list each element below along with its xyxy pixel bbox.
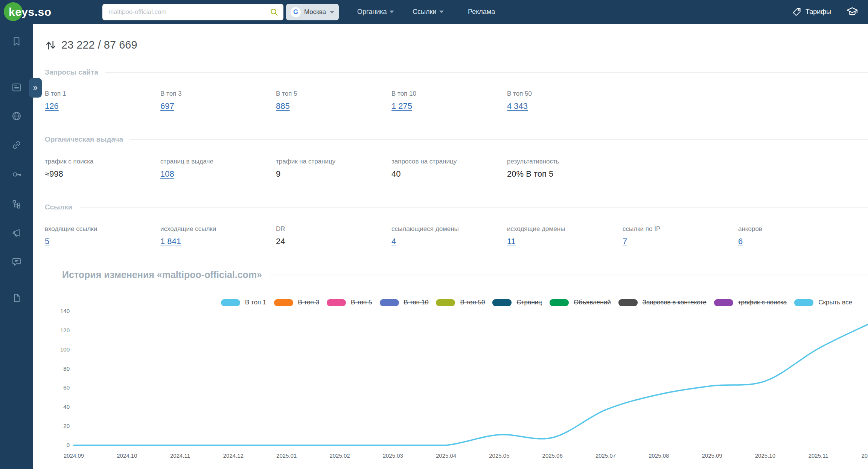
stat-label: ссылки по IP <box>623 225 738 233</box>
divider <box>79 207 868 208</box>
svg-text:80: 80 <box>63 365 70 372</box>
graduation-cap-icon[interactable] <box>846 6 859 17</box>
divider <box>270 275 868 275</box>
stat-label: ссылающиеся домены <box>391 225 507 233</box>
file-icon[interactable] <box>11 293 22 303</box>
stat-label: результативность <box>507 158 623 165</box>
stat-value-link[interactable]: 885 <box>276 101 290 111</box>
stat-value: 20% В топ 5 <box>507 169 553 179</box>
svg-text:2024.10: 2024.10 <box>117 452 137 459</box>
history-title: История изменения «maltipoo-official.com… <box>62 269 868 280</box>
search-input[interactable]: maltipoo-official.com <box>102 4 283 20</box>
search-icon[interactable] <box>270 8 279 17</box>
svg-text:2025.11: 2025.11 <box>809 452 828 459</box>
structure-icon[interactable] <box>11 199 22 209</box>
svg-text:2025.02: 2025.02 <box>329 452 350 459</box>
tariffs-label: Тарифы <box>806 8 831 16</box>
stat-label: входящие ссылки <box>45 225 160 233</box>
nav-ads[interactable]: Реклама <box>468 0 495 24</box>
stat-cell: исходящие домены11 <box>507 225 623 246</box>
stat-value: 40 <box>391 169 400 179</box>
svg-text:2025.07: 2025.07 <box>595 452 616 459</box>
section-title: Органическая выдача <box>45 135 123 144</box>
logo[interactable]: keys.so <box>4 0 52 24</box>
stat-value-link[interactable]: 4 <box>391 237 396 246</box>
stat-value-link[interactable]: 6 <box>738 237 743 246</box>
counter-value: 23 222 / 87 669 <box>61 39 137 51</box>
stat-label: В топ 3 <box>160 90 276 98</box>
stat-cell: трафик на страницу9 <box>276 158 391 179</box>
stat-label: анкоров <box>738 225 854 233</box>
expand-sidebar-button[interactable]: » <box>29 78 42 98</box>
stat-label: В топ 5 <box>276 90 391 98</box>
bookmark-icon[interactable] <box>11 36 22 47</box>
nav-label: Реклама <box>468 8 495 16</box>
search-value: maltipoo-official.com <box>108 8 270 16</box>
stat-value-link[interactable]: 7 <box>623 237 627 246</box>
stat-label: В топ 50 <box>507 90 623 98</box>
stat-cell: запросов на страницу40 <box>391 158 507 179</box>
svg-text:2025.09: 2025.09 <box>702 452 722 459</box>
tariffs-button[interactable]: Тарифы <box>792 0 831 24</box>
stat-value-link[interactable]: 126 <box>45 101 59 111</box>
logo-text: keys.so <box>9 6 52 18</box>
svg-text:2025.04: 2025.04 <box>436 452 456 459</box>
megaphone-icon[interactable] <box>11 228 22 238</box>
news-icon[interactable] <box>11 82 22 93</box>
stat-cell: анкоров6 <box>738 225 854 246</box>
stat-label: страниц в выдаче <box>160 158 276 165</box>
organic-stats-row: трафик с поиска≈998страниц в выдаче108тр… <box>45 158 623 179</box>
nav-links[interactable]: Ссылки <box>413 0 444 24</box>
chevron-down-icon <box>390 11 394 13</box>
tag-icon <box>792 7 802 17</box>
stat-cell: страниц в выдаче108 <box>160 158 276 179</box>
stat-value-link[interactable]: 4 343 <box>507 101 528 111</box>
stat-value: 24 <box>276 237 285 246</box>
stat-value-link[interactable]: 5 <box>45 237 49 246</box>
nav-label: Ссылки <box>413 8 436 16</box>
stat-label: В топ 1 <box>45 90 160 98</box>
svg-text:2025.01: 2025.01 <box>276 452 297 459</box>
section-heading-queries: Запросы сайта <box>45 68 868 76</box>
stat-cell: исходящие ссылки1 841 <box>160 225 276 246</box>
svg-text:2024.11: 2024.11 <box>170 452 190 459</box>
main-content: 23 222 / 87 669 Запросы сайта В топ 1126… <box>33 24 868 469</box>
queries-stats-row: В топ 1126В топ 3697В топ 5885В топ 101 … <box>45 90 623 111</box>
stat-value-link[interactable]: 108 <box>160 169 174 179</box>
svg-text:2024.09: 2024.09 <box>64 452 84 459</box>
stat-cell: ссылающиеся домены4 <box>391 225 507 246</box>
svg-text:2025.10: 2025.10 <box>755 452 775 459</box>
divider <box>130 139 868 140</box>
nav-organic[interactable]: Органика <box>357 0 394 24</box>
stat-cell: ссылки по IP7 <box>623 225 738 246</box>
section-title: Запросы сайта <box>45 68 98 76</box>
queries-counter: 23 222 / 87 669 <box>45 39 137 51</box>
stat-label: В топ 10 <box>391 90 507 98</box>
stat-value: 9 <box>276 169 280 179</box>
section-heading-organic: Органическая выдача <box>45 135 868 144</box>
key-icon[interactable] <box>11 169 22 180</box>
region-select[interactable]: G Москва <box>286 4 339 20</box>
svg-text:2025.12: 2025.12 <box>861 452 868 459</box>
comments-icon[interactable] <box>11 257 22 267</box>
svg-text:0: 0 <box>67 442 70 448</box>
svg-text:2025.05: 2025.05 <box>489 452 509 459</box>
stat-cell: В топ 3697 <box>160 90 276 111</box>
svg-text:120: 120 <box>60 327 70 333</box>
stat-cell: В топ 504 343 <box>507 90 623 111</box>
stat-value-link[interactable]: 1 275 <box>391 101 412 111</box>
stat-value-link[interactable]: 1 841 <box>160 237 181 246</box>
svg-text:2025.06: 2025.06 <box>542 452 563 459</box>
link-icon[interactable] <box>11 140 22 150</box>
topbar: keys.so maltipoo-official.com G Москва О… <box>0 0 868 24</box>
stat-value-link[interactable]: 697 <box>160 101 174 111</box>
svg-text:20: 20 <box>63 423 70 429</box>
svg-text:60: 60 <box>63 384 70 391</box>
links-stats-row: входящие ссылки5исходящие ссылки1 841DR2… <box>45 225 854 246</box>
section-title: Ссылки <box>45 203 73 211</box>
stat-cell: В топ 1126 <box>45 90 160 111</box>
globe-icon[interactable] <box>11 111 22 121</box>
svg-text:140: 140 <box>60 308 70 314</box>
stat-value-link[interactable]: 11 <box>507 237 516 246</box>
region-label: Москва <box>304 8 326 16</box>
